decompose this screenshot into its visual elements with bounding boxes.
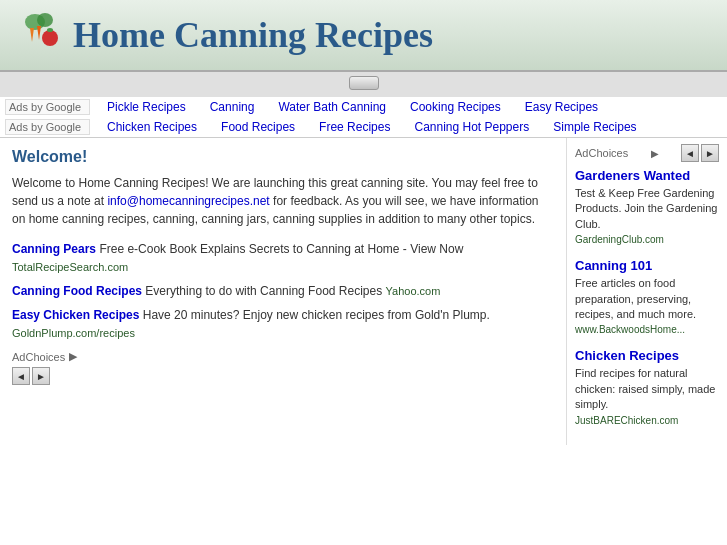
- sidebar-ad-url-0[interactable]: GardeningClub.com: [575, 234, 664, 245]
- ad-item-1: Canning Food Recipes Everything to do wi…: [12, 282, 554, 300]
- sidebar-ad-desc-2: Find recipes for natural chicken: raised…: [575, 367, 715, 410]
- nav-food-recipes[interactable]: Food Recipes: [221, 120, 295, 134]
- main-prev-arrow[interactable]: ◄: [12, 367, 30, 385]
- sidebar-ad-title-0[interactable]: Gardeners Wanted: [575, 168, 719, 183]
- nav-pickle-recipes[interactable]: Pickle Recipes: [107, 100, 186, 114]
- nav-easy-recipes[interactable]: Easy Recipes: [525, 100, 598, 114]
- ad-choices-icon: ▶: [69, 350, 77, 363]
- sidebar-ad-title-2[interactable]: Chicken Recipes: [575, 348, 719, 363]
- welcome-email-link[interactable]: info@homecanningrecipes.net: [107, 194, 269, 208]
- sidebar-ad-desc-0: Test & Keep Free Gardening Products. Joi…: [575, 187, 717, 230]
- ad-title-2[interactable]: Easy Chicken Recipes: [12, 308, 139, 322]
- ad-desc-1: Everything to do with Canning Food Recip…: [145, 284, 382, 298]
- nav-chicken-recipes[interactable]: Chicken Recipes: [107, 120, 197, 134]
- main-nav-arrows: ◄ ►: [12, 367, 554, 385]
- header: Home Canning Recipes: [0, 0, 727, 72]
- ad-url-2[interactable]: GoldnPlump.com/recipes: [12, 327, 135, 339]
- scroll-button[interactable]: [349, 76, 379, 90]
- nav-row-2: Ads by Google Chicken Recipes Food Recip…: [0, 117, 727, 137]
- ad-item-2: Easy Chicken Recipes Have 20 minutes? En…: [12, 306, 554, 342]
- sidebar-ad-url-2[interactable]: JustBAREChicken.com: [575, 415, 678, 426]
- main-content: Welcome! Welcome to Home Canning Recipes…: [0, 138, 727, 445]
- main-next-arrow[interactable]: ►: [32, 367, 50, 385]
- sidebar-next-arrow[interactable]: ►: [701, 144, 719, 162]
- ad-desc-0: Free e-Cook Book Explains Secrets to Can…: [99, 242, 463, 256]
- sidebar-prev-arrow[interactable]: ◄: [681, 144, 699, 162]
- nav-simple-recipes[interactable]: Simple Recipes: [553, 120, 636, 134]
- nav-canning-hot-peppers[interactable]: Canning Hot Peppers: [414, 120, 529, 134]
- site-title: Home Canning Recipes: [73, 14, 433, 56]
- ad-url-1[interactable]: Yahoo.com: [386, 285, 441, 297]
- svg-point-1: [37, 13, 53, 27]
- ad-choices-label: AdChoices: [12, 351, 65, 363]
- welcome-paragraph: Welcome to Home Canning Recipes! We are …: [12, 174, 554, 228]
- nav-canning[interactable]: Canning: [210, 100, 255, 114]
- sidebar-ad-2: Chicken Recipes Find recipes for natural…: [575, 348, 719, 426]
- sidebar-ad-0: Gardeners Wanted Test & Keep Free Garden…: [575, 168, 719, 246]
- welcome-title: Welcome!: [12, 148, 554, 166]
- svg-marker-2: [30, 28, 34, 42]
- sidebar-adchoices-bar: AdChoices ▶ ◄ ►: [575, 144, 719, 162]
- svg-point-4: [42, 30, 58, 46]
- sidebar-ad-desc-1: Free articles on food preparation, prese…: [575, 277, 696, 320]
- nav-free-recipes[interactable]: Free Recipes: [319, 120, 390, 134]
- center-area: Welcome! Welcome to Home Canning Recipes…: [0, 138, 567, 445]
- ad-item-0: Canning Pears Free e-Cook Book Explains …: [12, 240, 554, 276]
- nav-cooking-recipes[interactable]: Cooking Recipes: [410, 100, 501, 114]
- svg-marker-3: [37, 26, 41, 40]
- sidebar-adchoices-icon: ▶: [651, 148, 659, 159]
- nav-water-bath-canning[interactable]: Water Bath Canning: [278, 100, 386, 114]
- ads-by-google-2: Ads by Google: [5, 119, 90, 135]
- ads-by-google-1: Ads by Google: [5, 99, 90, 115]
- ad-choices-bar: AdChoices ▶: [12, 350, 554, 363]
- navbar: Ads by Google Pickle Recipes Canning Wat…: [0, 97, 727, 138]
- ad-desc-2: Have 20 minutes? Enjoy new chicken recip…: [143, 308, 490, 322]
- ad-title-0[interactable]: Canning Pears: [12, 242, 96, 256]
- ad-url-0[interactable]: TotalRecipeSearch.com: [12, 261, 128, 273]
- sidebar-nav-arrows: ◄ ►: [681, 144, 719, 162]
- sidebar-ad-1: Canning 101 Free articles on food prepar…: [575, 258, 719, 336]
- svg-point-5: [47, 28, 53, 32]
- sidebar-ad-url-1[interactable]: www.BackwoodsHome...: [575, 324, 685, 335]
- scroll-indicator: [0, 72, 727, 97]
- sidebar-ad-title-1[interactable]: Canning 101: [575, 258, 719, 273]
- ad-title-1[interactable]: Canning Food Recipes: [12, 284, 142, 298]
- sidebar-adchoices-label: AdChoices: [575, 147, 628, 159]
- right-sidebar: AdChoices ▶ ◄ ► Gardeners Wanted Test & …: [567, 138, 727, 445]
- header-logo: [15, 10, 65, 60]
- nav-row-1: Ads by Google Pickle Recipes Canning Wat…: [0, 97, 727, 117]
